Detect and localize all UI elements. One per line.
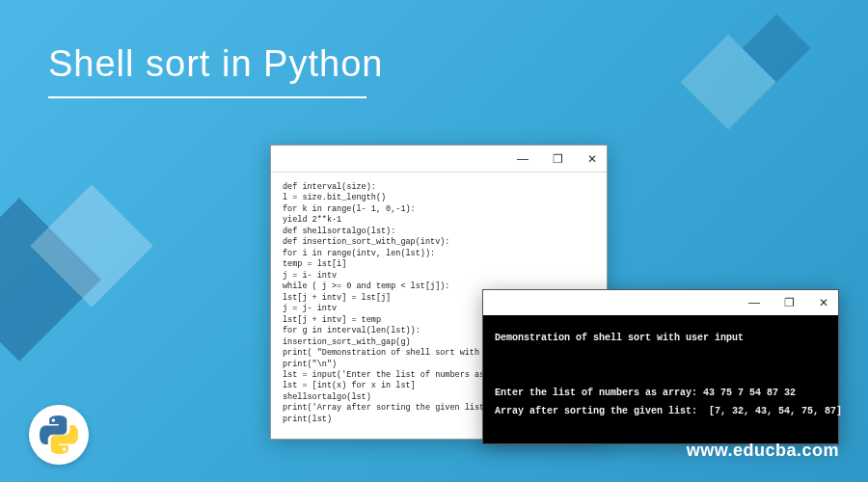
- terminal-result-line: Array after sorting the given list: [7, …: [495, 406, 842, 416]
- terminal-prompt-line: Enter the list of numbers as array: 43 7…: [495, 388, 796, 398]
- page-title: Shell sort in Python: [48, 43, 383, 85]
- close-icon[interactable]: ✕: [582, 148, 603, 170]
- terminal-header-line: Demonstration of shell sort with user in…: [495, 333, 744, 343]
- terminal-window: — ❐ ✕ Demonstration of shell sort with u…: [482, 289, 839, 444]
- python-logo: [29, 405, 89, 465]
- minimize-icon[interactable]: —: [744, 292, 765, 313]
- window-titlebar: — ❐ ✕: [271, 146, 607, 173]
- title-underline: [48, 96, 366, 98]
- python-icon: [40, 415, 78, 454]
- maximize-icon[interactable]: ❐: [547, 148, 568, 170]
- window-titlebar: — ❐ ✕: [483, 290, 838, 315]
- minimize-icon[interactable]: —: [512, 148, 533, 170]
- maximize-icon[interactable]: ❐: [778, 292, 800, 313]
- website-url: www.educba.com: [687, 441, 839, 461]
- terminal-output: Demonstration of shell sort with user in…: [483, 315, 838, 443]
- close-icon[interactable]: ✕: [813, 292, 834, 313]
